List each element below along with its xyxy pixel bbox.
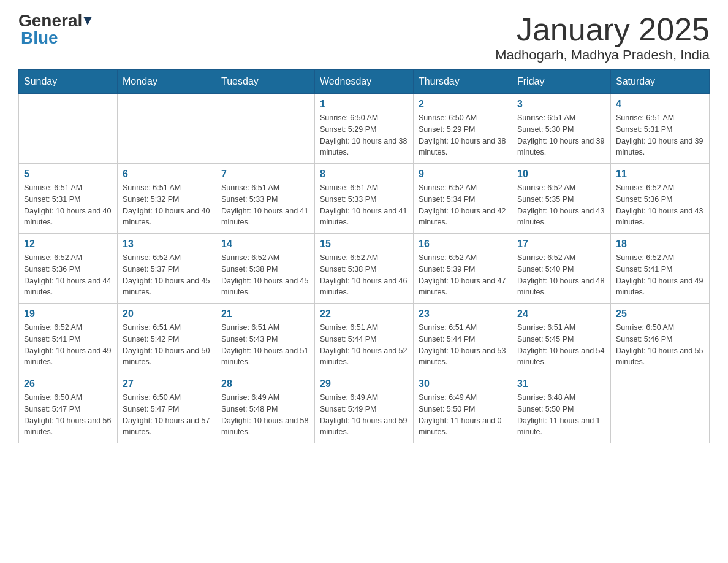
col-sunday: Sunday xyxy=(19,70,118,94)
day-number: 31 xyxy=(517,378,605,389)
table-row: 14Sunrise: 6:52 AMSunset: 5:38 PMDayligh… xyxy=(216,234,315,304)
day-info: Sunrise: 6:52 AMSunset: 5:36 PMDaylight:… xyxy=(616,182,704,228)
day-number: 2 xyxy=(419,99,507,110)
day-number: 19 xyxy=(24,308,112,320)
table-row: 16Sunrise: 6:52 AMSunset: 5:39 PMDayligh… xyxy=(414,234,512,304)
table-row: 5Sunrise: 6:51 AMSunset: 5:31 PMDaylight… xyxy=(19,164,118,234)
table-row: 30Sunrise: 6:49 AMSunset: 5:50 PMDayligh… xyxy=(414,373,512,443)
table-row: 28Sunrise: 6:49 AMSunset: 5:48 PMDayligh… xyxy=(216,373,315,443)
day-info: Sunrise: 6:51 AMSunset: 5:30 PMDaylight:… xyxy=(517,112,605,158)
day-number: 15 xyxy=(320,239,408,250)
day-number: 21 xyxy=(221,308,309,320)
col-monday: Monday xyxy=(118,70,216,94)
day-number: 10 xyxy=(517,169,605,180)
day-info: Sunrise: 6:50 AMSunset: 5:47 PMDaylight:… xyxy=(123,392,211,438)
logo-general-text: General xyxy=(18,12,82,29)
table-row: 7Sunrise: 6:51 AMSunset: 5:33 PMDaylight… xyxy=(216,164,315,234)
table-row: 24Sunrise: 6:51 AMSunset: 5:45 PMDayligh… xyxy=(512,304,611,373)
day-number: 5 xyxy=(24,169,112,180)
table-row: 21Sunrise: 6:51 AMSunset: 5:43 PMDayligh… xyxy=(216,304,315,373)
day-number: 7 xyxy=(221,169,309,180)
day-info: Sunrise: 6:49 AMSunset: 5:48 PMDaylight:… xyxy=(221,392,309,438)
day-info: Sunrise: 6:51 AMSunset: 5:45 PMDaylight:… xyxy=(517,322,605,368)
table-row: 26Sunrise: 6:50 AMSunset: 5:47 PMDayligh… xyxy=(19,373,118,443)
day-info: Sunrise: 6:52 AMSunset: 5:38 PMDaylight:… xyxy=(320,252,408,298)
table-row: 18Sunrise: 6:52 AMSunset: 5:41 PMDayligh… xyxy=(611,234,710,304)
day-number: 16 xyxy=(419,239,507,250)
day-info: Sunrise: 6:51 AMSunset: 5:43 PMDaylight:… xyxy=(221,322,309,368)
day-info: Sunrise: 6:49 AMSunset: 5:49 PMDaylight:… xyxy=(320,392,408,438)
day-number: 24 xyxy=(517,308,605,320)
day-number: 14 xyxy=(221,239,309,250)
col-wednesday: Wednesday xyxy=(315,70,414,94)
page-subtitle: Madhogarh, Madhya Pradesh, India xyxy=(495,47,710,63)
day-info: Sunrise: 6:51 AMSunset: 5:33 PMDaylight:… xyxy=(221,182,309,228)
title-block: January 2025 Madhogarh, Madhya Pradesh, … xyxy=(495,12,710,63)
day-info: Sunrise: 6:50 AMSunset: 5:29 PMDaylight:… xyxy=(320,112,408,158)
table-row xyxy=(611,373,710,443)
day-info: Sunrise: 6:52 AMSunset: 5:38 PMDaylight:… xyxy=(221,252,309,298)
day-info: Sunrise: 6:52 AMSunset: 5:35 PMDaylight:… xyxy=(517,182,605,228)
day-number: 29 xyxy=(320,378,408,389)
day-info: Sunrise: 6:51 AMSunset: 5:31 PMDaylight:… xyxy=(616,112,704,158)
table-row: 27Sunrise: 6:50 AMSunset: 5:47 PMDayligh… xyxy=(118,373,216,443)
table-row: 10Sunrise: 6:52 AMSunset: 5:35 PMDayligh… xyxy=(512,164,611,234)
table-row: 15Sunrise: 6:52 AMSunset: 5:38 PMDayligh… xyxy=(315,234,414,304)
day-info: Sunrise: 6:51 AMSunset: 5:44 PMDaylight:… xyxy=(320,322,408,368)
table-row: 19Sunrise: 6:52 AMSunset: 5:41 PMDayligh… xyxy=(19,304,118,373)
day-info: Sunrise: 6:51 AMSunset: 5:32 PMDaylight:… xyxy=(123,182,211,228)
table-row: 25Sunrise: 6:50 AMSunset: 5:46 PMDayligh… xyxy=(611,304,710,373)
day-number: 1 xyxy=(320,99,408,110)
day-info: Sunrise: 6:52 AMSunset: 5:40 PMDaylight:… xyxy=(517,252,605,298)
calendar-week-row: 5Sunrise: 6:51 AMSunset: 5:31 PMDaylight… xyxy=(19,164,710,234)
day-number: 3 xyxy=(517,99,605,110)
table-row: 13Sunrise: 6:52 AMSunset: 5:37 PMDayligh… xyxy=(118,234,216,304)
table-row: 4Sunrise: 6:51 AMSunset: 5:31 PMDaylight… xyxy=(611,94,710,164)
col-thursday: Thursday xyxy=(414,70,512,94)
table-row: 9Sunrise: 6:52 AMSunset: 5:34 PMDaylight… xyxy=(414,164,512,234)
day-info: Sunrise: 6:51 AMSunset: 5:31 PMDaylight:… xyxy=(24,182,112,228)
table-row: 12Sunrise: 6:52 AMSunset: 5:36 PMDayligh… xyxy=(19,234,118,304)
day-number: 25 xyxy=(616,308,704,320)
day-number: 22 xyxy=(320,308,408,320)
day-number: 9 xyxy=(419,169,507,180)
calendar-week-row: 26Sunrise: 6:50 AMSunset: 5:47 PMDayligh… xyxy=(19,373,710,443)
table-row xyxy=(19,94,118,164)
table-row: 17Sunrise: 6:52 AMSunset: 5:40 PMDayligh… xyxy=(512,234,611,304)
day-number: 28 xyxy=(221,378,309,389)
table-row: 29Sunrise: 6:49 AMSunset: 5:49 PMDayligh… xyxy=(315,373,414,443)
table-row: 22Sunrise: 6:51 AMSunset: 5:44 PMDayligh… xyxy=(315,304,414,373)
calendar-week-row: 1Sunrise: 6:50 AMSunset: 5:29 PMDaylight… xyxy=(19,94,710,164)
day-info: Sunrise: 6:52 AMSunset: 5:34 PMDaylight:… xyxy=(419,182,507,228)
table-row: 6Sunrise: 6:51 AMSunset: 5:32 PMDaylight… xyxy=(118,164,216,234)
table-row: 11Sunrise: 6:52 AMSunset: 5:36 PMDayligh… xyxy=(611,164,710,234)
day-number: 23 xyxy=(419,308,507,320)
day-number: 17 xyxy=(517,239,605,250)
table-row xyxy=(118,94,216,164)
day-info: Sunrise: 6:51 AMSunset: 5:42 PMDaylight:… xyxy=(123,322,211,368)
table-row: 3Sunrise: 6:51 AMSunset: 5:30 PMDaylight… xyxy=(512,94,611,164)
day-info: Sunrise: 6:51 AMSunset: 5:33 PMDaylight:… xyxy=(320,182,408,228)
col-friday: Friday xyxy=(512,70,611,94)
day-number: 12 xyxy=(24,239,112,250)
logo-blue-text: Blue xyxy=(21,29,58,47)
day-number: 13 xyxy=(123,239,211,250)
day-info: Sunrise: 6:51 AMSunset: 5:44 PMDaylight:… xyxy=(419,322,507,368)
calendar-table: Sunday Monday Tuesday Wednesday Thursday… xyxy=(18,69,710,443)
table-row xyxy=(216,94,315,164)
col-tuesday: Tuesday xyxy=(216,70,315,94)
day-number: 27 xyxy=(123,378,211,389)
table-row: 2Sunrise: 6:50 AMSunset: 5:29 PMDaylight… xyxy=(414,94,512,164)
day-number: 6 xyxy=(123,169,211,180)
day-number: 4 xyxy=(616,99,704,110)
day-info: Sunrise: 6:52 AMSunset: 5:39 PMDaylight:… xyxy=(419,252,507,298)
day-number: 11 xyxy=(616,169,704,180)
day-info: Sunrise: 6:52 AMSunset: 5:41 PMDaylight:… xyxy=(616,252,704,298)
table-row: 1Sunrise: 6:50 AMSunset: 5:29 PMDaylight… xyxy=(315,94,414,164)
calendar-week-row: 19Sunrise: 6:52 AMSunset: 5:41 PMDayligh… xyxy=(19,304,710,373)
col-saturday: Saturday xyxy=(611,70,710,94)
day-info: Sunrise: 6:52 AMSunset: 5:37 PMDaylight:… xyxy=(123,252,211,298)
logo: General Blue xyxy=(18,12,93,47)
calendar-week-row: 12Sunrise: 6:52 AMSunset: 5:36 PMDayligh… xyxy=(19,234,710,304)
day-info: Sunrise: 6:52 AMSunset: 5:41 PMDaylight:… xyxy=(24,322,112,368)
